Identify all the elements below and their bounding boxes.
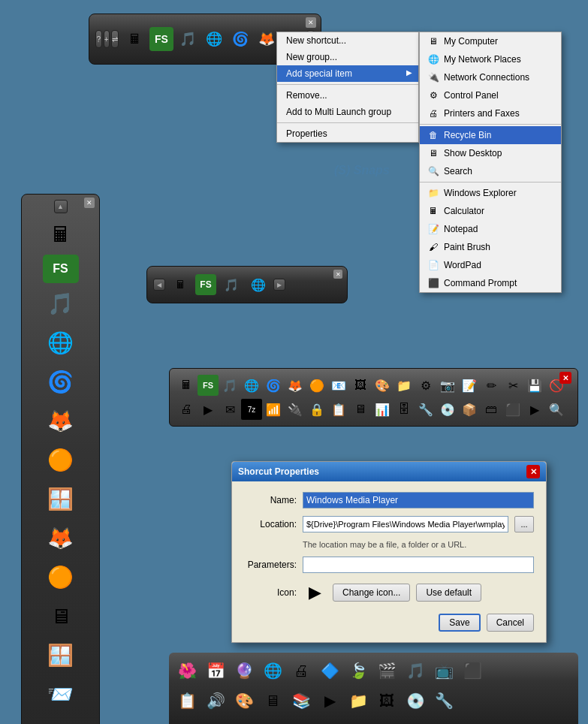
lt-icon-r9[interactable]: 🖥 bbox=[350, 399, 371, 420]
left-icon-fs[interactable]: FS bbox=[43, 255, 79, 283]
bi-3[interactable]: 🔮 bbox=[231, 657, 258, 684]
menu-item-new-group[interactable]: New group... bbox=[277, 49, 418, 65]
lt-icon-r11[interactable]: 🗄 bbox=[394, 399, 415, 420]
large-toolbar-close[interactable]: ✕ bbox=[559, 372, 571, 384]
lt-icon-r8[interactable]: 📋 bbox=[328, 399, 349, 420]
lt-icon-ff[interactable]: 🦊 bbox=[285, 375, 306, 396]
mid-icon-music[interactable]: 🎵 bbox=[219, 273, 243, 297]
lt-icon-paint[interactable]: 🎨 bbox=[372, 375, 393, 396]
submenu-network-conn[interactable]: 🔌 Network Connections bbox=[420, 68, 561, 86]
lt-icon-music[interactable]: 🎵 bbox=[219, 375, 240, 396]
dialog-params-input[interactable] bbox=[303, 557, 534, 573]
left-toolbar-close[interactable]: ✕ bbox=[84, 198, 95, 208]
lt-icon-photo[interactable]: 🖼 bbox=[350, 375, 371, 396]
lt-icon-r16[interactable]: ⬛ bbox=[502, 399, 523, 420]
bi-21[interactable]: 📋 bbox=[173, 687, 201, 714]
menu-item-add-special[interactable]: Add special item bbox=[277, 65, 418, 82]
lt-icon-r1[interactable]: 🖨 bbox=[176, 399, 197, 420]
left-icon-mail[interactable]: 📨 bbox=[42, 675, 80, 713]
submenu-paint-brush[interactable]: 🖌 Paint Brush bbox=[420, 238, 561, 256]
submenu-printers[interactable]: 🖨 Printers and Faxes bbox=[420, 104, 561, 122]
top-toolbar-close[interactable]: ✕ bbox=[306, 17, 316, 28]
left-icon-ff2[interactable]: 🦊 bbox=[42, 519, 80, 557]
bi-6[interactable]: 🔷 bbox=[316, 657, 343, 684]
lt-icon-folder[interactable]: 📁 bbox=[394, 375, 415, 396]
left-icon-calc[interactable]: 🖩 bbox=[42, 216, 80, 253]
lt-icon-chrome[interactable]: 🌐 bbox=[241, 375, 262, 396]
bi-22[interactable]: 🔊 bbox=[202, 687, 229, 714]
bi-8[interactable]: 🎬 bbox=[373, 657, 400, 684]
left-icon-op2[interactable]: 🟠 bbox=[42, 558, 80, 596]
submenu-calculator[interactable]: 🖩 Calculator bbox=[420, 202, 561, 220]
dialog-location-input[interactable] bbox=[303, 516, 508, 532]
dialog-cancel-btn[interactable]: Cancel bbox=[487, 614, 534, 632]
top-icon-music[interactable]: 🎵 bbox=[176, 27, 200, 51]
lt-icon-r13[interactable]: 💿 bbox=[437, 399, 458, 420]
lt-icon-r18[interactable]: 🔍 bbox=[546, 399, 567, 420]
lt-icon-r10[interactable]: 📊 bbox=[372, 399, 393, 420]
bi-28[interactable]: 🖼 bbox=[373, 687, 400, 714]
lt-icon-op[interactable]: 🟠 bbox=[306, 375, 327, 396]
bi-24[interactable]: 🖥 bbox=[259, 687, 286, 714]
dialog-name-input[interactable] bbox=[303, 492, 534, 508]
mid-toolbar-close[interactable]: ✕ bbox=[333, 270, 342, 279]
top-arrows-btn[interactable]: ⇌ bbox=[111, 30, 119, 48]
left-icon-firefox[interactable]: 🦊 bbox=[42, 402, 80, 439]
bi-25[interactable]: 📚 bbox=[288, 687, 315, 714]
bi-10[interactable]: 📺 bbox=[430, 657, 457, 684]
lt-icon-fs[interactable]: FS bbox=[198, 375, 219, 396]
dialog-browse-btn[interactable]: ... bbox=[514, 516, 534, 532]
submenu-command-prompt[interactable]: ⬛ Command Prompt bbox=[420, 274, 561, 292]
lt-icon-r2[interactable]: ▶ bbox=[198, 399, 219, 420]
mid-nav-left[interactable]: ◀ bbox=[153, 279, 165, 291]
lt-icon-1[interactable]: 🖩 bbox=[176, 375, 197, 396]
lt-icon-mail[interactable]: 📧 bbox=[328, 375, 349, 396]
dialog-save-btn[interactable]: Save bbox=[439, 614, 480, 632]
submenu-recycle-bin[interactable]: 🗑 Recycle Bin bbox=[420, 126, 561, 144]
mid-icon-fs[interactable]: FS bbox=[195, 274, 216, 295]
lt-icon-r7[interactable]: 🔒 bbox=[306, 399, 327, 420]
lt-icon-notepad[interactable]: 📝 bbox=[459, 375, 480, 396]
left-icon-opera[interactable]: 🟠 bbox=[42, 441, 80, 478]
bi-1[interactable]: 🌺 bbox=[173, 657, 201, 684]
lt-icon-bt[interactable]: 📶 bbox=[263, 399, 284, 420]
bi-27[interactable]: 📁 bbox=[345, 687, 372, 714]
lt-icon-camera[interactable]: 📷 bbox=[437, 375, 458, 396]
mid-icon-chrome[interactable]: 🌐 bbox=[246, 273, 270, 297]
left-icon-win-flag[interactable]: 🪟 bbox=[42, 480, 80, 517]
top-icon-calc[interactable]: 🖩 bbox=[123, 27, 147, 51]
lt-icon-scissors[interactable]: ✂ bbox=[502, 375, 523, 396]
mid-nav-right[interactable]: ▶ bbox=[273, 279, 285, 291]
menu-item-properties[interactable]: Properties bbox=[277, 125, 418, 142]
lt-icon-7z[interactable]: 7z bbox=[241, 399, 262, 420]
bi-11[interactable]: ⬛ bbox=[459, 657, 486, 684]
top-icon-firefox[interactable]: 🦊 bbox=[255, 27, 279, 51]
lt-icon-win[interactable]: 🌀 bbox=[263, 375, 284, 396]
menu-item-add-multi[interactable]: Add to Multi Launch group bbox=[277, 104, 418, 120]
change-icon-btn[interactable]: Change icon... bbox=[333, 584, 410, 602]
lt-icon-r15[interactable]: 🗃 bbox=[481, 399, 502, 420]
left-icon-play[interactable]: ▶ bbox=[42, 714, 80, 724]
lt-icon-pencil[interactable]: ✏ bbox=[481, 375, 502, 396]
submenu-my-computer[interactable]: 🖥 My Computer bbox=[420, 32, 561, 50]
left-icon-monitor[interactable]: 🖥 bbox=[42, 597, 80, 635]
bi-23[interactable]: 🎨 bbox=[231, 687, 258, 714]
bi-29[interactable]: 💿 bbox=[402, 687, 429, 714]
top-plus-btn[interactable]: + bbox=[104, 30, 110, 48]
left-icon-chrome[interactable]: 🌐 bbox=[42, 324, 80, 361]
submenu-search[interactable]: 🔍 Search bbox=[420, 162, 561, 180]
lt-icon-r3[interactable]: ✉ bbox=[219, 399, 240, 420]
dialog-close-btn[interactable]: ✕ bbox=[526, 465, 540, 478]
menu-item-new-shortcut[interactable]: New shortcut... bbox=[277, 32, 418, 49]
lt-icon-disk[interactable]: 💾 bbox=[524, 375, 545, 396]
bi-2[interactable]: 📅 bbox=[202, 657, 229, 684]
use-default-btn[interactable]: Use default bbox=[416, 584, 481, 602]
bi-30[interactable]: 🔧 bbox=[430, 687, 457, 714]
lt-icon-r6[interactable]: 🔌 bbox=[285, 399, 306, 420]
bi-26[interactable]: ▶ bbox=[316, 687, 343, 714]
submenu-control-panel[interactable]: ⚙ Control Panel bbox=[420, 86, 561, 104]
submenu-show-desktop[interactable]: 🖥 Show Desktop bbox=[420, 144, 561, 162]
submenu-wordpad[interactable]: 📄 WordPad bbox=[420, 256, 561, 274]
bi-5[interactable]: 🖨 bbox=[288, 657, 315, 684]
submenu-notepad[interactable]: 📝 Notepad bbox=[420, 220, 561, 238]
